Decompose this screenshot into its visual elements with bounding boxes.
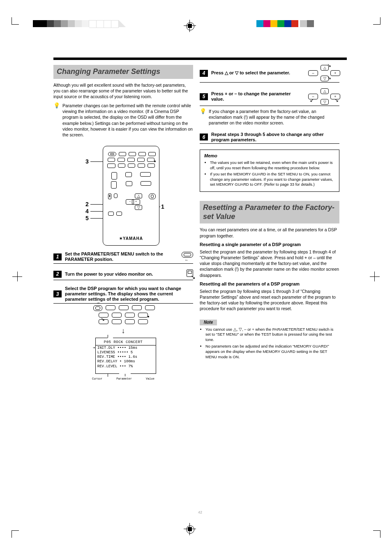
subsection-title: Resetting a single parameter of a DSP pr… <box>200 242 339 247</box>
lcd-title: P05 ROCK CONCERT <box>90 339 156 345</box>
lcd-caption: Value <box>146 377 154 381</box>
title-rule <box>53 58 347 60</box>
lightbulb-icon: 💡 <box>200 108 206 115</box>
note-item: You cannot use △, ▽, – or + when the PAR… <box>205 327 339 343</box>
remote-diagram: 3 2 4 5 1 ■ △ <box>90 146 156 246</box>
step-text: Press + or – to change the parameter val… <box>211 91 302 102</box>
crop-mark <box>367 12 380 25</box>
body-para: You can reset parameters one at a time, … <box>200 227 339 238</box>
cursor-press-icon: ↘ <box>187 269 193 279</box>
hint-text: If you change a parameter from the facto… <box>209 108 339 126</box>
crop-mark <box>367 530 380 543</box>
lcd-row: LIVENESS ••••• 5 <box>90 350 156 355</box>
lcd-row: REV.TIME •••• 1.6s <box>90 355 156 359</box>
crop-mark <box>12 530 25 543</box>
registration-strip-right <box>256 20 314 27</box>
section-title: Resetting a Parameter to the Factory-set… <box>200 201 339 223</box>
intro-para: Although you will get excellent sound wi… <box>53 82 193 100</box>
body-para: Select the program and the parameter by … <box>200 249 339 278</box>
callout-5: 5 <box>85 215 89 222</box>
note-item: No parameters can be adjusted and the in… <box>205 344 339 359</box>
step-number: 5 <box>200 93 208 100</box>
crop-mark <box>12 12 25 25</box>
dsp-button-grid: ↘■ <box>53 305 193 324</box>
subsection-title: Resetting all the parameters of a DSP pr… <box>200 281 339 287</box>
lcd-screen: P05 ROCK CONCERT ➔ INIT.DLY •••• 15ms LI… <box>90 338 156 381</box>
lcd-row: REV.LEVEL ••• 7% <box>90 364 156 369</box>
crop-mark <box>12 273 25 286</box>
dpad-icon: △▽ –+ ↘ ↘ <box>306 65 339 81</box>
step-number: 2 <box>53 271 62 278</box>
monitor-icon <box>108 193 111 199</box>
step-text: Turn the power to your video monitor on. <box>65 272 183 277</box>
parameter-switch-icon <box>182 252 193 258</box>
step-number: 6 <box>200 134 208 140</box>
body-para: Select the program by following steps 1 … <box>200 288 339 312</box>
arrow-left-icon: ← <box>184 258 189 263</box>
page-number: 42 <box>53 510 347 515</box>
step-number: 3 <box>53 290 62 297</box>
hint-text: Parameter changes can be performed with … <box>62 103 193 138</box>
step-text: Select the DSP program for which you wan… <box>65 286 193 302</box>
callout-1: 1 <box>161 203 164 210</box>
memo-item: The values you set will be retained, eve… <box>210 160 335 171</box>
step-number: 1 <box>53 253 62 260</box>
lcd-row: ➔ INIT.DLY •••• 15ms <box>90 346 156 350</box>
parameter-switch-icon <box>93 305 102 311</box>
step-text: Set the PARAMETER/SET MENU switch to the… <box>65 251 177 262</box>
step-number: 4 <box>200 70 208 77</box>
remote-brand: YAMAHA <box>103 236 159 241</box>
registration-strip-left <box>33 20 126 27</box>
callout-2: 2 <box>85 201 89 208</box>
arrow-down-icon: ↓ <box>53 327 193 336</box>
step-text: Press △ or ▽ to select the parameter. <box>211 70 302 76</box>
lcd-caption: Parameter <box>116 377 132 381</box>
memo-item: If you set the MEMORY GUARD in the SET M… <box>210 172 335 187</box>
crosshair-icon <box>184 523 196 535</box>
memo-box: Memo The values you set will be retained… <box>200 150 339 192</box>
note-label: Note <box>200 320 217 325</box>
hint-block: 💡 If you change a parameter from the fac… <box>200 108 339 126</box>
lcd-row: REV.DELAY • 100ms <box>90 359 156 364</box>
crosshair-icon <box>184 20 196 32</box>
lcd-caption: Cursor <box>92 377 102 381</box>
dpad-icon: △▽ –+ ↙ ↘ <box>306 88 339 105</box>
hint-block: 💡 Parameter changes can be performed wit… <box>53 103 193 138</box>
callout-4: 4 <box>85 208 89 215</box>
lightbulb-icon: 💡 <box>53 102 60 109</box>
crop-mark <box>367 273 380 286</box>
callout-3: 3 <box>85 158 89 165</box>
step-text: Repeat steps 3 through 5 above to change… <box>211 132 339 143</box>
section-title: Changing Parameter Settings <box>53 65 193 79</box>
parameter-switch-icon <box>149 193 156 199</box>
memo-title: Memo <box>204 153 335 159</box>
